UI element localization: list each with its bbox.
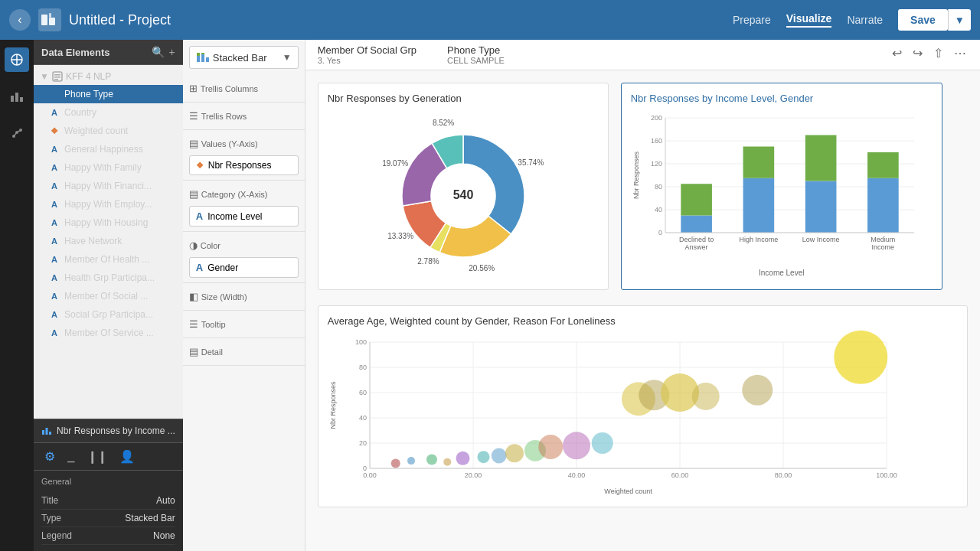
chart-type-selector[interactable]: Stacked Bar ▼ (189, 46, 299, 69)
tree-item-happy-with-financi[interactable]: AHappy With Financi... (34, 177, 183, 195)
main-layout: Data Elements 🔍 + ▼ KFF 4 NLP APhone Typ… (0, 40, 980, 551)
tab-general[interactable]: ⚙ (41, 448, 58, 465)
shelf-icon: ⊞ (189, 83, 198, 94)
tree-root[interactable]: ▼ KFF 4 NLP (34, 68, 183, 85)
bar-rect[interactable] (805, 181, 837, 233)
tree-item-health-grp-participa[interactable]: AHealth Grp Participa... (34, 269, 183, 287)
tree-item-general-happiness[interactable]: AGeneral Happiness (34, 140, 183, 158)
scatter-bubble[interactable] (456, 452, 469, 465)
tree-item-member-of-service[interactable]: AMember Of Service ... (34, 324, 183, 342)
middle-panel: Stacked Bar ▼ ⊞Trellis Columns☰Trellis R… (183, 40, 305, 551)
share-icon[interactable]: ⇧ (932, 44, 945, 62)
nav-narrate[interactable]: Narrate (847, 14, 883, 26)
scatter-bubble[interactable] (563, 432, 590, 459)
scatter-bubble[interactable] (390, 458, 400, 468)
svg-rect-14 (54, 79, 58, 80)
shelf-item[interactable]: AGender (189, 257, 299, 278)
scatter-bubble[interactable] (426, 454, 437, 465)
shelf-item[interactable]: AIncome Level (189, 206, 299, 227)
sidebar-icon-chart[interactable] (5, 84, 29, 109)
scatter-bubble[interactable] (505, 444, 524, 462)
bar-rect[interactable] (681, 216, 712, 233)
tab-layout[interactable]: ⎯ (64, 448, 78, 465)
tab-data[interactable]: ❙❙ (84, 448, 110, 465)
bar-rect[interactable] (681, 184, 712, 215)
tree-item-icon: A (49, 108, 60, 117)
bar-rect[interactable] (867, 178, 899, 233)
svg-rect-1 (41, 15, 47, 25)
shelf-item[interactable]: ❖Nbr Responses (189, 155, 299, 175)
x-label: Low Income (802, 236, 840, 243)
sidebar-icon-data[interactable] (5, 47, 29, 72)
undo-icon[interactable]: ↩ (890, 44, 903, 62)
shelves-container: ⊞Trellis Columns☰Trellis Rows▤Values (Y-… (183, 75, 305, 366)
redo-icon[interactable]: ↪ (911, 44, 924, 62)
bottom-panel-header[interactable]: Nbr Responses by Income ... (34, 419, 183, 443)
svg-rect-17 (49, 432, 51, 435)
add-icon[interactable]: + (169, 46, 175, 58)
shelf-tooltip: ☰Tooltip (183, 311, 305, 338)
x-label: Answer (684, 243, 707, 251)
app-title: Untitled - Project (69, 12, 171, 28)
shelf-title: ▤Values (Y-Axis) (189, 135, 299, 152)
bar-rect[interactable] (805, 135, 837, 181)
tree-item-happy-with-housing[interactable]: AHappy With Housing (34, 214, 183, 232)
tree-item-icon: A (49, 90, 60, 99)
scatter-x-tick: 100.00 (876, 471, 897, 479)
x-label: Declined to (679, 236, 714, 243)
pie-chart-svg: 35.74%20.56%2.78%13.33%19.07%8.52%540 (371, 116, 555, 276)
scatter-bubble[interactable] (491, 448, 506, 464)
shelf-title: ▤Category (X-Axis) (189, 185, 299, 203)
tree-item-label: Health Grp Participa... (64, 272, 155, 283)
save-dropdown-button[interactable]: ▼ (948, 9, 971, 31)
tree-item-country[interactable]: ACountry (34, 103, 183, 122)
top-nav: ‹ Untitled - Project Prepare Visualize N… (0, 0, 980, 40)
svg-rect-22 (206, 57, 209, 62)
bar-rect[interactable] (743, 147, 774, 178)
chart-type-label: Stacked Bar (213, 52, 278, 64)
scatter-bubble[interactable] (443, 458, 451, 466)
nav-visualize[interactable]: Visualize (786, 12, 832, 28)
shelf-icon: ☰ (189, 318, 198, 330)
nav-left: ‹ Untitled - Project (9, 8, 724, 31)
tree-item-icon: A (49, 163, 60, 172)
sidebar-icon-analytics[interactable] (5, 121, 29, 145)
scatter-bubble[interactable] (477, 451, 489, 463)
search-icon[interactable]: 🔍 (152, 46, 165, 58)
tree-item-icon: A (49, 218, 60, 227)
shelf-item-label: Income Level (207, 211, 262, 222)
tab-actions[interactable]: 👤 (116, 448, 138, 465)
svg-rect-2 (49, 18, 55, 25)
scatter-chart-container: Average Age, Weighted count by Gender, R… (318, 305, 968, 507)
content-header: Member Of Social Grp 3. Yes Phone Type C… (305, 40, 980, 70)
tree-item-label: General Happiness (64, 144, 143, 155)
scatter-bubble[interactable] (834, 331, 887, 384)
scatter-bubble[interactable] (591, 432, 612, 454)
tree-item-icon: A (49, 328, 60, 337)
shelf-trellis-columns: ⊞Trellis Columns (183, 75, 305, 103)
save-button[interactable]: Save (898, 9, 948, 31)
scatter-bubble[interactable] (407, 457, 415, 465)
shelf-title: ▤Detail (189, 343, 299, 360)
tree-item-happy-with-employ[interactable]: AHappy With Employ... (34, 195, 183, 214)
tree-item-have-network[interactable]: AHave Network (34, 232, 183, 250)
tree-item-phone-type[interactable]: APhone Type (34, 85, 183, 103)
scatter-bubble[interactable] (742, 375, 773, 406)
scatter-chart-svg: Nbr Responses0204060801000.0020.0040.006… (328, 334, 894, 495)
tree-item-member-of-social[interactable]: AMember Of Social ... (34, 287, 183, 305)
y-tick: 40 (655, 206, 662, 214)
tree-item-label: Happy With Employ... (64, 199, 152, 210)
tree-item-happy-with-family[interactable]: AHappy With Family (34, 158, 183, 177)
nav-prepare[interactable]: Prepare (733, 14, 771, 26)
tree-item-social-grp-participa[interactable]: ASocial Grp Participa... (34, 305, 183, 324)
more-icon[interactable]: ⋯ (952, 44, 968, 62)
bar-rect[interactable] (867, 152, 899, 178)
bar-rect[interactable] (743, 178, 774, 233)
prop-label: Title (41, 495, 58, 506)
tree-item-weighted-count[interactable]: ❖Weighted count (34, 122, 183, 140)
scatter-bubble[interactable] (691, 383, 719, 410)
svg-rect-20 (201, 54, 204, 62)
tree-item-member-of-health[interactable]: AMember Of Health ... (34, 250, 183, 269)
back-button[interactable]: ‹ (9, 9, 31, 31)
scatter-bubble[interactable] (538, 435, 563, 459)
